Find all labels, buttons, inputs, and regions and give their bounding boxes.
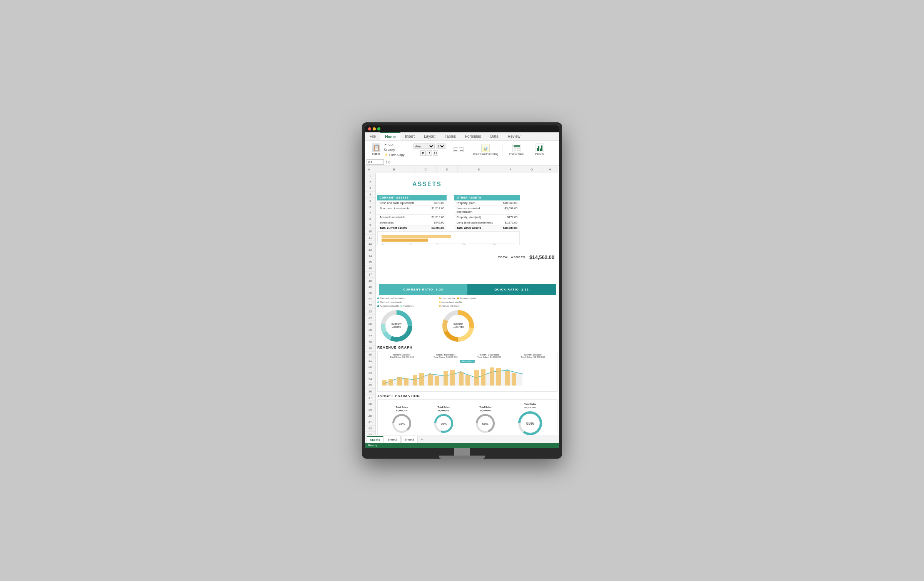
row-7: 7 [365, 210, 375, 216]
screen: File Home Insert Layout Tables Formulas … [365, 125, 559, 448]
tab-formulas[interactable]: Formulas [460, 132, 486, 140]
copy-button[interactable]: ⧉ Copy [383, 147, 405, 152]
svg-rect-4 [517, 150, 520, 151]
asia-svg: 69% [475, 413, 496, 434]
donut-liabilities-group: Loans payable Accounts payable Income ta… [439, 297, 477, 343]
svg-rect-45 [419, 373, 424, 386]
bar-chart-svg: 5k 10k 15k 20k 2m [378, 232, 520, 245]
align-left-icon[interactable] [454, 147, 458, 152]
ratio-container: CURRENT RATIO 3.38 QUICK RATIO 2.91 [377, 284, 557, 295]
svg-rect-42 [397, 377, 402, 386]
cash-label: Cash and cash equivalents [377, 200, 427, 206]
col-gap5 [447, 220, 454, 225]
charts-button[interactable]: Charts [534, 143, 546, 157]
ppn-label: Property, plant(net) [454, 215, 497, 220]
col-gap6 [447, 225, 454, 230]
svg-text:69%: 69% [482, 422, 489, 426]
grid-container[interactable]: 1 2 3 4 5 6 7 8 9 10 11 12 13 14 15 16 1 [365, 173, 559, 435]
legend-ar: Accounts receivable [377, 305, 399, 307]
col-header-e: E [458, 166, 500, 173]
tab-tables[interactable]: Tables [440, 132, 460, 140]
africa-total-label: Total Sales [438, 406, 450, 408]
other-assets-header: OTHER ASSETS [454, 195, 520, 200]
svg-text:CURRENT: CURRENT [392, 323, 402, 325]
stand-neck [454, 448, 470, 456]
bold-button[interactable]: B [420, 150, 426, 156]
svg-rect-56 [505, 371, 510, 386]
close-btn[interactable] [368, 127, 371, 130]
america-total-label: Total Sales [396, 406, 408, 408]
legend-itp-dot [439, 301, 441, 303]
cell-reference[interactable] [367, 159, 384, 165]
conditional-formatting-button[interactable]: 📊 Conditional Formatting [472, 143, 500, 156]
row-37: 37 [365, 395, 375, 401]
target-section: TARGET ESTIMATION Total Sales $2,000,000 [377, 394, 557, 435]
sti-value: $1,517.00 [427, 206, 447, 215]
align-center-icon[interactable] [459, 147, 464, 152]
donut-liabilities-svg: CURRENT LIABILITIES [441, 309, 475, 343]
legend-cash-label: Cash and cash equivalents [380, 297, 405, 299]
target-europe: Total Sales $6,000,000 85% [517, 403, 544, 435]
donut-current-canvas: CURRENT ASSETS [379, 309, 414, 343]
cut-button[interactable]: ✂ Cut [383, 142, 405, 147]
svg-rect-46 [428, 374, 433, 386]
legend-cash-dot [377, 297, 379, 299]
svg-point-38 [506, 369, 508, 371]
add-sheet-button[interactable]: ＋ [418, 436, 426, 443]
maximize-btn[interactable] [377, 127, 380, 130]
row-31: 31 [365, 358, 375, 364]
legend-inv-label: Inventories [403, 305, 413, 307]
tab-data[interactable]: Data [486, 132, 503, 140]
paste-button[interactable]: 📋 Paste [370, 142, 382, 156]
monitor: File Home Insert Layout Tables Formulas … [362, 122, 562, 459]
svg-text:80%: 80% [440, 422, 447, 426]
grid-row-4: CURRENT ASSETS OTHER ASSETS [377, 195, 559, 200]
col-header-f: F [500, 166, 521, 173]
tab-review[interactable]: Review [503, 132, 525, 140]
donut-liabilities-legend: Loans payable Accounts payable Income ta… [439, 297, 477, 307]
alignment-group [451, 147, 466, 152]
legend-acc-ret-label: Accrued retirement [442, 305, 459, 307]
row-33: 33 [365, 370, 375, 376]
sheet-tab-2[interactable]: Sheet2 [384, 436, 400, 443]
row-25: 25 [365, 321, 375, 327]
tab-file[interactable]: File [365, 132, 380, 140]
col-gap3 [447, 206, 454, 215]
sheet-tab-1[interactable]: Sheet1 [367, 436, 383, 443]
col-gap [447, 195, 454, 200]
inv-value: $445.00 [427, 220, 447, 225]
europe-total-value: $6,000,000 [524, 406, 536, 409]
svg-rect-50 [459, 372, 464, 386]
africa-svg: 80% [433, 413, 454, 434]
minimize-btn[interactable] [373, 127, 376, 130]
legend-loans-dot [439, 297, 441, 299]
donut-current-legend: Cash and cash equivalents Short-term inv… [377, 297, 416, 307]
row-23: 23 [365, 309, 375, 315]
svg-text:CURRENT: CURRENT [454, 323, 463, 325]
donut-current-group: Cash and cash equivalents Short-term inv… [377, 297, 416, 343]
font-family-select[interactable]: Arial [413, 144, 435, 149]
svg-text:2m: 2m [493, 243, 496, 245]
underline-button[interactable]: U [433, 150, 438, 156]
italic-button[interactable]: I [427, 150, 432, 156]
asia-circle: 69% [475, 413, 496, 434]
tab-insert[interactable]: Insert [400, 132, 419, 140]
row-11: 11 [365, 235, 375, 241]
legend-ar-dot [377, 305, 379, 307]
formula-input[interactable] [392, 160, 557, 164]
format-table-group: Format Table [506, 143, 528, 156]
svg-rect-5 [382, 235, 451, 238]
font-size-select[interactable]: 11 [436, 144, 445, 149]
tab-layout[interactable]: Layout [419, 132, 440, 140]
form-copy-button[interactable]: ⚡ Form Copy [383, 153, 405, 157]
legend-accpay-label: Accounts payable [460, 297, 476, 299]
clipboard-group: 📋 Paste ✂ Cut ⧉ Copy ⚡ [368, 142, 408, 157]
asia-total-value: $5,000,000 [480, 409, 491, 412]
monitor-stand [365, 448, 559, 459]
grid-row-6: Short-term investments $1,517.00 Less ac… [377, 206, 559, 215]
svg-rect-51 [465, 375, 470, 386]
tab-home[interactable]: Home [380, 132, 400, 140]
sheet-tab-3[interactable]: Sheet3 [401, 436, 418, 443]
format-table-button[interactable]: Format Table [508, 143, 526, 156]
ltci-label: Long-term cash investments [454, 220, 497, 225]
